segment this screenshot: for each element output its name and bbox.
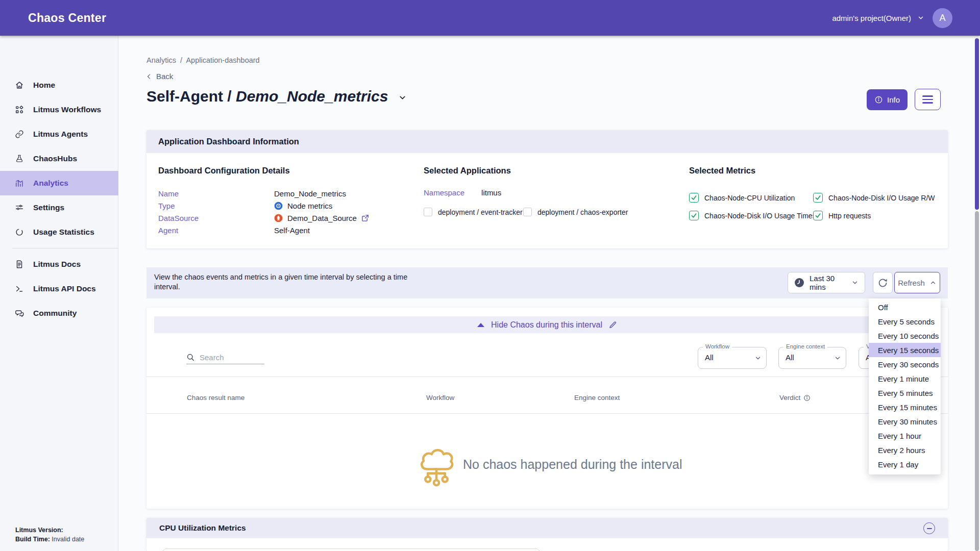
sidebar-item-community[interactable]: Community xyxy=(0,301,118,325)
divider xyxy=(146,377,948,377)
column-header-engine-context: Engine context xyxy=(574,394,620,402)
sidebar-item-chaoshubs[interactable]: ChaosHubs xyxy=(0,146,118,171)
menu-item-every-5-minutes[interactable]: Every 5 minutes xyxy=(869,386,941,400)
chevron-down-icon xyxy=(917,14,924,21)
info-button[interactable]: Info xyxy=(867,89,908,110)
terminal-icon xyxy=(15,284,24,293)
menu-item-every-30-minutes[interactable]: Every 30 minutes xyxy=(869,414,941,429)
menu-item-every-5-seconds[interactable]: Every 5 seconds xyxy=(869,314,941,329)
scrollbar-track[interactable] xyxy=(975,211,979,551)
app-root: Chaos Center admin's project(Owner) A Ho… xyxy=(0,0,980,551)
chat-bubbles-icon xyxy=(15,309,24,318)
panel-header: CPU Utilization Metrics xyxy=(146,518,948,538)
search-field xyxy=(186,350,264,364)
cloud-network-icon xyxy=(416,444,457,491)
sidebar-item-settings[interactable]: Settings xyxy=(0,195,118,220)
metrics-section-title: Selected Metrics xyxy=(689,166,755,176)
chevron-up-icon xyxy=(929,279,937,286)
sidebar-item-litmus-workflows[interactable]: Litmus Workflows xyxy=(0,97,118,122)
menu-item-every-30-seconds[interactable]: Every 30 seconds xyxy=(869,357,941,371)
config-section-title: Dashboard Configuration Details xyxy=(158,166,290,176)
refresh-rate-dropdown[interactable]: Refresh xyxy=(894,272,940,293)
node-metrics-icon xyxy=(274,202,283,210)
sidebar-item-usage-statistics[interactable]: Usage Statistics xyxy=(0,220,118,244)
sidebar-item-analytics[interactable]: Analytics xyxy=(0,171,118,195)
hamburger-icon xyxy=(922,95,933,97)
config-row-agent: Agent Self-Agent xyxy=(158,224,310,236)
sidebar-item-litmus-docs[interactable]: Litmus Docs xyxy=(0,252,118,277)
chevron-down-icon xyxy=(851,279,859,286)
menu-item-every-15-minutes[interactable]: Every 15 minutes xyxy=(869,400,941,414)
usage-circle-icon xyxy=(15,228,24,237)
menu-item-every-1-minute[interactable]: Every 1 minute xyxy=(869,371,941,386)
edit-pencil-icon[interactable] xyxy=(609,321,617,329)
sidebar-item-home[interactable]: Home xyxy=(0,73,118,97)
engine-context-filter[interactable]: Engine context All xyxy=(778,347,846,369)
hide-chaos-toggle[interactable]: Hide Chaos during this interval xyxy=(154,316,940,333)
time-range-select[interactable]: Last 30 mins xyxy=(788,272,865,293)
application-checkbox-chaos-exporter: deployment / chaos-exporter xyxy=(523,208,628,216)
minus-icon xyxy=(926,525,933,532)
empty-state-message: No chaos happened during the interval xyxy=(463,457,682,472)
cpu-metrics-panel: CPU Utilization Metrics xyxy=(146,518,948,551)
external-link-icon[interactable] xyxy=(361,214,369,222)
search-icon xyxy=(186,353,195,362)
breadcrumb: Analytics / Application-dashboard xyxy=(146,56,260,64)
sidebar-divider xyxy=(12,248,118,248)
dashboard-menu-button[interactable] xyxy=(915,89,941,110)
sliders-icon xyxy=(15,203,24,212)
refresh-rate-menu: Off Every 5 seconds Every 10 seconds Eve… xyxy=(869,298,941,474)
scrollbar-thumb[interactable] xyxy=(975,38,979,210)
checkbox-checked[interactable] xyxy=(689,211,699,220)
column-header-verdict: Verdict xyxy=(779,394,811,402)
divider xyxy=(146,413,948,414)
breadcrumb-analytics[interactable]: Analytics xyxy=(146,56,176,64)
link-icon xyxy=(15,130,24,139)
page-title: Self-Agent / Demo_Node_metrics xyxy=(146,88,407,105)
triangle-up-icon xyxy=(477,323,484,327)
checkbox-unchecked[interactable] xyxy=(424,208,432,216)
search-input[interactable] xyxy=(200,353,260,362)
menu-item-every-1-hour[interactable]: Every 1 hour xyxy=(869,429,941,443)
chaos-table-panel: Hide Chaos during this interval Workflow… xyxy=(146,308,948,509)
checkbox-unchecked[interactable] xyxy=(523,208,532,216)
menu-item-every-2-hours[interactable]: Every 2 hours xyxy=(869,443,941,457)
menu-item-every-1-day[interactable]: Every 1 day xyxy=(869,457,941,471)
chart-placeholder xyxy=(162,548,540,551)
workflow-filter[interactable]: Workflow All xyxy=(698,347,767,369)
checkbox-checked[interactable] xyxy=(813,211,823,220)
avatar[interactable]: A xyxy=(933,8,952,28)
metric-checkbox: Chaos-Node-Disk I/O Usage R/W xyxy=(813,193,935,203)
workflows-icon xyxy=(15,105,24,114)
document-icon xyxy=(15,260,24,269)
breadcrumb-current[interactable]: Application-dashboard xyxy=(186,56,259,64)
analytics-icon xyxy=(15,179,24,188)
back-link[interactable]: Back xyxy=(145,72,173,81)
title-chevron-down-icon[interactable] xyxy=(398,93,407,102)
project-selector[interactable]: admin's project(Owner) xyxy=(832,14,924,22)
chevron-left-icon xyxy=(145,73,153,80)
column-header-chaos-result-name: Chaos result name xyxy=(187,394,244,402)
interval-toolbar: View the chaos events and metrics in a g… xyxy=(146,267,948,298)
project-label: admin's project(Owner) xyxy=(832,14,911,22)
info-icon xyxy=(874,95,883,104)
namespace-row: Namespace litmus xyxy=(424,188,501,197)
refresh-icon xyxy=(877,278,888,288)
config-row-datasource: DataSource Demo_Data_Source xyxy=(158,212,369,224)
verdict-info-icon[interactable] xyxy=(803,394,811,402)
panel-header: Application Dashboard Information xyxy=(146,130,948,153)
menu-item-off[interactable]: Off xyxy=(869,300,941,314)
metric-checkbox: Http requests xyxy=(813,211,871,220)
sidebar-item-litmus-agents[interactable]: Litmus Agents xyxy=(0,122,118,146)
version-info: Litmus Version: Build Time: Invalid date xyxy=(15,525,84,545)
refresh-now-button[interactable] xyxy=(873,272,893,293)
sidebar-item-litmus-api-docs[interactable]: Litmus API Docs xyxy=(0,277,118,301)
clock-icon xyxy=(794,278,804,288)
checkbox-checked[interactable] xyxy=(813,193,823,203)
checkbox-checked[interactable] xyxy=(689,193,699,203)
collapse-panel-button[interactable] xyxy=(923,522,935,534)
menu-item-every-15-seconds-selected[interactable]: Every 15 seconds xyxy=(869,343,941,357)
column-header-workflow: Workflow xyxy=(426,394,454,402)
metric-checkbox: Chaos-Node-CPU Utilization xyxy=(689,193,795,203)
menu-item-every-10-seconds[interactable]: Every 10 seconds xyxy=(869,329,941,343)
